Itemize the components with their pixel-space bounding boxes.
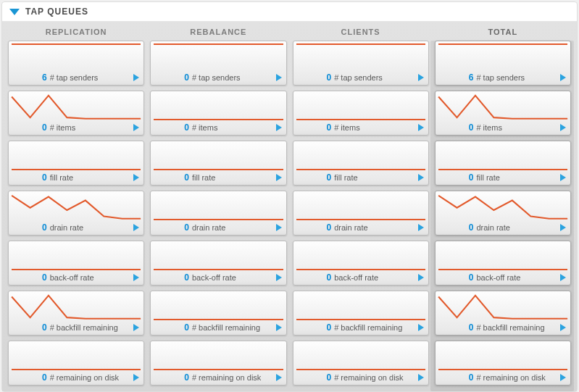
- sparkline: [293, 191, 428, 222]
- metric-value: 0: [469, 322, 474, 333]
- cell-footer: 0# remaining on disk: [9, 370, 143, 385]
- metric-cell-total-items[interactable]: 0# items: [435, 91, 571, 135]
- play-icon[interactable]: [418, 224, 424, 231]
- metric-label: back-off rate: [50, 273, 134, 282]
- sparkline: [151, 91, 286, 122]
- cell-footer: 0# items: [436, 120, 570, 135]
- sparkline: [151, 41, 286, 72]
- metric-cell-total-tap_senders[interactable]: 6# tap senders: [435, 41, 571, 86]
- play-icon[interactable]: [133, 124, 139, 131]
- metric-label: back-off rate: [334, 273, 418, 282]
- panel-header[interactable]: TAP QUEUES: [2, 2, 577, 22]
- collapse-toggle-icon[interactable]: [9, 9, 20, 15]
- play-icon[interactable]: [276, 374, 282, 381]
- play-icon[interactable]: [418, 174, 424, 181]
- metric-cell-clients-backfill_remaining[interactable]: 0# backfill remaining: [293, 291, 429, 335]
- sparkline: [151, 191, 286, 222]
- metric-value: 0: [42, 322, 47, 333]
- play-icon[interactable]: [418, 74, 424, 81]
- cell-footer: 0drain rate: [151, 220, 286, 235]
- play-icon[interactable]: [560, 374, 566, 381]
- metric-cell-rebalance-drain_rate[interactable]: 0drain rate: [150, 191, 286, 235]
- metric-cell-rebalance-backfill_remaining[interactable]: 0# backfill remaining: [150, 291, 286, 335]
- play-icon[interactable]: [276, 74, 282, 81]
- metric-label: drain rate: [334, 223, 418, 232]
- play-icon[interactable]: [560, 224, 566, 231]
- metric-cell-replication-tap_senders[interactable]: 6# tap senders: [8, 41, 144, 86]
- play-icon[interactable]: [276, 224, 282, 231]
- play-icon[interactable]: [418, 274, 424, 281]
- metric-cell-replication-remaining_on_disk[interactable]: 0# remaining on disk: [8, 341, 144, 385]
- metric-value: 0: [327, 272, 332, 283]
- play-icon[interactable]: [133, 174, 139, 181]
- play-icon[interactable]: [133, 374, 139, 381]
- play-icon[interactable]: [276, 274, 282, 281]
- cell-footer: 0fill rate: [436, 170, 570, 185]
- play-icon[interactable]: [560, 324, 566, 331]
- play-icon[interactable]: [560, 124, 566, 131]
- play-icon[interactable]: [560, 174, 566, 181]
- metric-cell-rebalance-items[interactable]: 0# items: [150, 91, 286, 135]
- play-icon[interactable]: [133, 74, 139, 81]
- metric-cell-total-remaining_on_disk[interactable]: 0# remaining on disk: [435, 341, 571, 385]
- metric-cell-replication-back_off_rate[interactable]: 0back-off rate: [8, 241, 144, 285]
- sparkline: [436, 141, 570, 172]
- sparkline: [151, 291, 286, 322]
- play-icon[interactable]: [560, 274, 566, 281]
- metric-cell-clients-tap_senders[interactable]: 0# tap senders: [293, 41, 429, 86]
- play-icon[interactable]: [133, 224, 139, 231]
- metric-label: # items: [476, 123, 560, 132]
- metric-cell-total-backfill_remaining[interactable]: 0# backfill remaining: [435, 291, 571, 335]
- metrics-grid: 6# tap senders0# tap senders0# tap sende…: [5, 41, 574, 385]
- cell-footer: 0# tap senders: [151, 70, 286, 85]
- metric-cell-clients-items[interactable]: 0# items: [293, 91, 429, 135]
- metric-cell-total-back_off_rate[interactable]: 0back-off rate: [435, 241, 571, 285]
- metric-cell-replication-drain_rate[interactable]: 0drain rate: [8, 191, 144, 235]
- play-icon[interactable]: [418, 324, 424, 331]
- metric-cell-rebalance-back_off_rate[interactable]: 0back-off rate: [150, 241, 286, 285]
- metric-label: # tap senders: [192, 73, 276, 82]
- metric-value: 0: [42, 122, 47, 133]
- play-icon[interactable]: [276, 324, 282, 331]
- metric-cell-rebalance-tap_senders[interactable]: 0# tap senders: [150, 41, 286, 86]
- metric-value: 0: [327, 372, 332, 383]
- metric-cell-clients-remaining_on_disk[interactable]: 0# remaining on disk: [293, 341, 429, 385]
- cell-footer: 0# backfill remaining: [436, 320, 570, 335]
- metric-value: 0: [184, 72, 189, 83]
- metric-cell-rebalance-remaining_on_disk[interactable]: 0# remaining on disk: [150, 341, 286, 385]
- metric-cell-replication-items[interactable]: 0# items: [8, 91, 144, 135]
- metric-cell-rebalance-fill_rate[interactable]: 0fill rate: [150, 141, 286, 185]
- metric-label: drain rate: [476, 223, 560, 232]
- play-icon[interactable]: [276, 124, 282, 131]
- metric-cell-total-fill_rate[interactable]: 0fill rate: [435, 141, 571, 185]
- metric-value: 0: [469, 372, 474, 383]
- sparkline: [293, 341, 428, 372]
- play-icon[interactable]: [418, 374, 424, 381]
- column-header-total[interactable]: TOTAL: [435, 26, 571, 38]
- cell-footer: 0drain rate: [436, 220, 570, 235]
- metric-cell-replication-backfill_remaining[interactable]: 0# backfill remaining: [8, 291, 144, 335]
- column-header-rebalance[interactable]: REBALANCE: [150, 26, 286, 38]
- sparkline: [9, 341, 143, 372]
- metric-value: 0: [327, 322, 332, 333]
- metric-cell-clients-back_off_rate[interactable]: 0back-off rate: [293, 241, 429, 285]
- metric-value: 6: [469, 72, 474, 83]
- metric-label: # backfill remaining: [192, 323, 276, 332]
- play-icon[interactable]: [133, 324, 139, 331]
- metric-value: 0: [469, 172, 474, 183]
- column-header-replication[interactable]: REPLICATION: [8, 26, 144, 38]
- metric-label: # backfill remaining: [334, 323, 418, 332]
- play-icon[interactable]: [418, 124, 424, 131]
- play-icon[interactable]: [133, 274, 139, 281]
- cell-footer: 0# items: [293, 120, 428, 135]
- metric-cell-clients-fill_rate[interactable]: 0fill rate: [293, 141, 429, 185]
- play-icon[interactable]: [560, 74, 566, 81]
- cell-footer: 0# items: [151, 120, 286, 135]
- panel-title: TAP QUEUES: [25, 7, 88, 17]
- metric-cell-replication-fill_rate[interactable]: 0fill rate: [8, 141, 144, 185]
- play-icon[interactable]: [276, 174, 282, 181]
- metric-cell-total-drain_rate[interactable]: 0drain rate: [435, 191, 571, 235]
- metric-cell-clients-drain_rate[interactable]: 0drain rate: [293, 191, 429, 235]
- column-header-clients[interactable]: CLIENTS: [293, 26, 429, 38]
- column-headers: REPLICATIONREBALANCECLIENTSTOTAL: [5, 22, 574, 41]
